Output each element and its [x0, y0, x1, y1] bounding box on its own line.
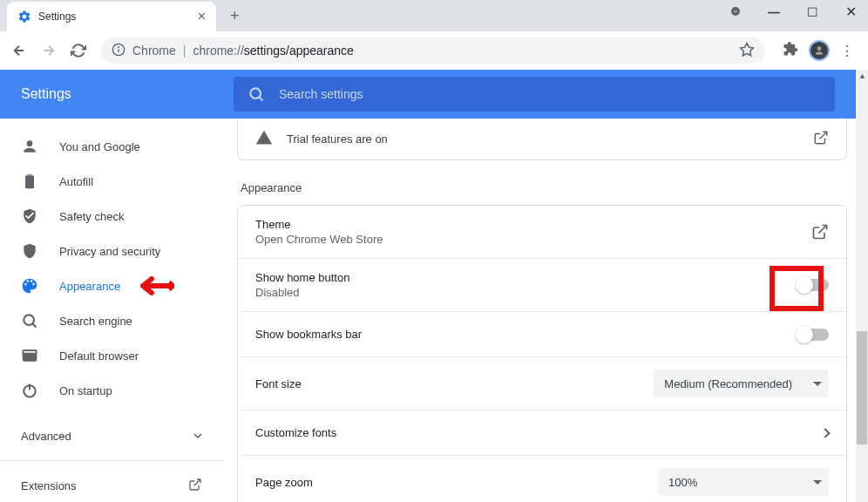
- sidebar-item-safety-check[interactable]: Safety check: [0, 199, 223, 234]
- header-title: Settings: [0, 86, 223, 102]
- scroll-up-icon[interactable]: ▲: [858, 71, 865, 78]
- palette-icon: [21, 277, 38, 295]
- chevron-right-icon: [820, 428, 830, 438]
- sidebar-advanced[interactable]: Advanced: [0, 418, 223, 453]
- section-title: Appearance: [241, 181, 847, 194]
- settings-header: Settings: [0, 70, 856, 119]
- row-title: Page zoom: [255, 476, 658, 489]
- bookmarks-bar-toggle[interactable]: [797, 329, 829, 341]
- tab-title: Settings: [38, 10, 191, 23]
- sidebar-item-label: Default browser: [59, 349, 139, 363]
- reload-button[interactable]: [66, 38, 91, 63]
- annotation-highlight-box: [770, 266, 824, 311]
- sidebar-item-label: Appearance: [59, 280, 120, 293]
- tab-bar: Settings × + — ☐ ✕: [0, 0, 868, 31]
- forward-button[interactable]: [37, 38, 61, 63]
- back-button[interactable]: [7, 38, 31, 63]
- sidebar-item-autofill[interactable]: Autofill: [0, 164, 223, 199]
- select-value: Medium (Recommended): [664, 377, 792, 390]
- sidebar-extensions[interactable]: Extensions: [0, 468, 223, 502]
- chrome-menu-icon[interactable]: ⋮: [840, 43, 854, 59]
- row-sub: Open Chrome Web Store: [255, 233, 811, 246]
- sidebar-item-label: Autofill: [59, 175, 93, 188]
- browser-icon: [21, 347, 38, 364]
- shield-check-icon: [21, 207, 38, 225]
- settings-gear-icon: [17, 10, 31, 24]
- shield-icon: [21, 242, 38, 260]
- dropdown-arrow-icon: [813, 480, 822, 485]
- sidebar: You and Google Autofill Safety check Pri…: [0, 70, 223, 502]
- address-bar[interactable]: Chrome | chrome://settings/appearance: [101, 37, 765, 64]
- sidebar-item-label: You and Google: [59, 140, 140, 153]
- row-customize-fonts[interactable]: Customize fonts: [238, 410, 846, 456]
- close-tab-icon[interactable]: ×: [198, 10, 206, 24]
- sidebar-item-privacy[interactable]: Privacy and security: [0, 234, 223, 268]
- external-link-icon[interactable]: [813, 130, 829, 148]
- advanced-label: Advanced: [21, 430, 71, 443]
- page-zoom-select[interactable]: 100%: [658, 468, 829, 496]
- row-title: Show home button: [255, 271, 797, 284]
- svg-point-6: [27, 140, 33, 146]
- search-icon: [248, 85, 265, 103]
- sidebar-item-label: Search engine: [59, 315, 132, 328]
- annotation-arrow: [127, 275, 174, 300]
- search-icon: [21, 312, 38, 329]
- row-title: Theme: [255, 218, 811, 231]
- extensions-label: Extensions: [21, 479, 77, 492]
- power-icon: [21, 382, 38, 399]
- appearance-card: Theme Open Chrome Web Store Show home bu…: [237, 205, 847, 502]
- maximize-button[interactable]: ☐: [802, 5, 823, 19]
- chevron-down-icon: [193, 430, 202, 443]
- browser-toolbar: Chrome | chrome://settings/appearance ⋮: [0, 31, 868, 70]
- external-link-icon: [188, 478, 202, 494]
- row-font-size: Font size Medium (Recommended): [238, 357, 846, 410]
- sidebar-item-default-browser[interactable]: Default browser: [0, 338, 223, 373]
- svg-point-5: [250, 88, 261, 98]
- svg-rect-3: [118, 49, 119, 52]
- svg-rect-9: [24, 350, 37, 353]
- font-size-select[interactable]: Medium (Recommended): [654, 370, 829, 397]
- svg-point-7: [24, 315, 34, 325]
- toolbar-extensions: ⋮: [776, 40, 861, 61]
- sidebar-item-label: Safety check: [59, 210, 124, 223]
- row-show-home-button: Show home button Disabled: [238, 259, 846, 312]
- search-settings-box[interactable]: [234, 77, 835, 112]
- browser-tab[interactable]: Settings ×: [7, 2, 216, 31]
- row-title: Font size: [255, 377, 654, 390]
- minimize-button[interactable]: —: [763, 5, 784, 19]
- sidebar-item-label: Privacy and security: [59, 245, 160, 258]
- browser-chrome: Settings × + — ☐ ✕ Chrome | chrome://set…: [0, 0, 868, 70]
- clipboard-icon: [21, 173, 38, 190]
- row-theme[interactable]: Theme Open Chrome Web Store: [238, 206, 846, 259]
- dropdown-arrow-icon: [813, 382, 822, 386]
- divider: [0, 460, 223, 461]
- row-sub: Disabled: [255, 286, 797, 299]
- sidebar-item-you-and-google[interactable]: You and Google: [0, 129, 223, 164]
- caret-down-icon[interactable]: [725, 5, 746, 19]
- row-title: Show bookmarks bar: [255, 328, 797, 341]
- window-controls: — ☐ ✕: [725, 3, 861, 20]
- svg-point-2: [118, 46, 119, 48]
- address-scheme: Chrome: [132, 44, 176, 58]
- scrollbar-thumb[interactable]: [857, 331, 867, 444]
- person-icon: [21, 138, 38, 155]
- sidebar-item-on-startup[interactable]: On startup: [0, 373, 223, 408]
- sidebar-item-appearance[interactable]: Appearance: [0, 268, 223, 303]
- select-value: 100%: [668, 476, 697, 489]
- new-tab-button[interactable]: +: [223, 3, 247, 29]
- extensions-puzzle-icon[interactable]: [783, 41, 798, 60]
- bookmark-star-icon[interactable]: [739, 42, 755, 60]
- svg-point-4: [817, 46, 822, 51]
- trial-features-banner[interactable]: Trial features are on: [237, 119, 847, 160]
- warning-icon: [255, 129, 273, 149]
- banner-text: Trial features are on: [287, 132, 388, 146]
- row-title: Customize fonts: [255, 426, 822, 439]
- external-link-icon[interactable]: [811, 223, 829, 241]
- svg-point-0: [731, 7, 740, 16]
- close-window-button[interactable]: ✕: [840, 3, 861, 20]
- site-info-icon[interactable]: [112, 43, 125, 59]
- search-input[interactable]: [279, 87, 821, 101]
- profile-avatar[interactable]: [809, 40, 830, 61]
- row-page-zoom: Page zoom 100%: [238, 456, 846, 502]
- sidebar-item-search-engine[interactable]: Search engine: [0, 303, 223, 338]
